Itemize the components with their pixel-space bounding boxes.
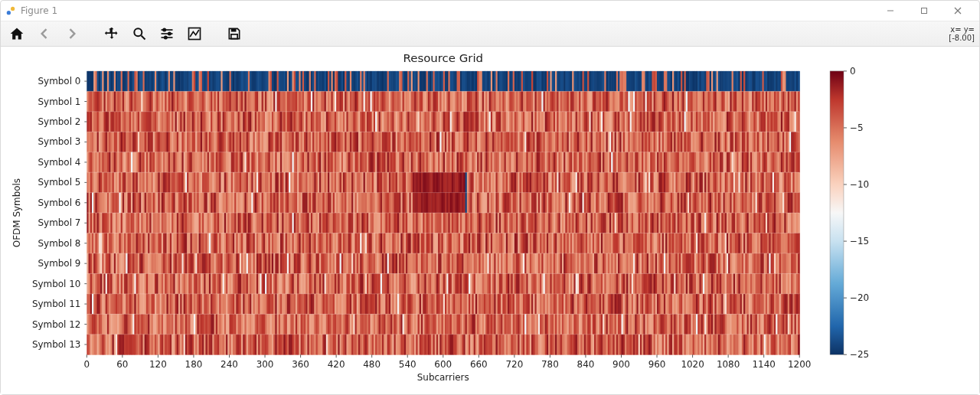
x-tick-label: 660	[470, 359, 488, 370]
x-tick-label: 840	[577, 359, 595, 370]
svg-rect-5476	[798, 314, 800, 335]
y-tick-label: Symbol 13	[32, 339, 80, 350]
y-tick-label: Symbol 3	[38, 136, 80, 147]
forward-icon[interactable]	[62, 24, 82, 44]
svg-rect-2536	[798, 172, 800, 193]
svg-point-11	[163, 28, 165, 31]
minimize-button[interactable]	[874, 1, 907, 21]
x-tick-label: 960	[648, 359, 666, 370]
x-tick-label: 0	[84, 359, 90, 370]
y-tick-label: Symbol 6	[38, 198, 80, 208]
save-icon[interactable]	[224, 24, 244, 44]
svg-rect-1696	[798, 132, 800, 152]
x-axis-label: Subcarriers	[417, 372, 469, 383]
x-tick-label: 600	[434, 359, 452, 370]
svg-point-1	[11, 7, 15, 11]
window-title: Figure 1	[21, 5, 57, 16]
home-icon[interactable]	[7, 24, 27, 44]
x-tick-label: 240	[220, 359, 238, 370]
y-tick-label: Symbol 4	[38, 157, 80, 168]
colorbar-tick-label: −15	[850, 236, 869, 246]
y-tick-label: Symbol 2	[38, 116, 80, 127]
svg-rect-15	[231, 28, 237, 31]
y-tick-label: Symbol 1	[38, 96, 80, 107]
coord-line2: [-8.00]	[949, 34, 975, 42]
svg-point-13	[165, 36, 167, 38]
heatmap	[87, 71, 799, 355]
colorbar-tick-label: −5	[850, 122, 864, 133]
colorbar	[830, 71, 844, 354]
app-window: Figure 1	[0, 0, 980, 395]
svg-rect-436	[798, 71, 800, 92]
plot-svg: Resource GridSymbol 0Symbol 1Symbol 2Sym…	[1, 47, 979, 394]
y-tick-label: Symbol 9	[38, 258, 80, 269]
svg-rect-1276	[798, 112, 800, 132]
svg-point-6	[134, 28, 142, 36]
x-tick-label: 420	[328, 359, 345, 370]
svg-rect-5056	[798, 294, 800, 315]
svg-rect-3	[922, 8, 927, 14]
mpl-toolbar: x= y= [-8.00]	[1, 21, 979, 47]
svg-rect-3376	[798, 213, 800, 233]
x-tick-label: 1200	[788, 359, 811, 370]
y-tick-label: Symbol 10	[32, 279, 80, 289]
svg-rect-4636	[798, 273, 800, 294]
x-tick-label: 720	[505, 359, 523, 370]
svg-rect-3796	[798, 233, 800, 253]
svg-point-12	[168, 32, 171, 34]
svg-line-7	[142, 36, 145, 40]
axes-edit-icon[interactable]	[185, 24, 204, 44]
titlebar: Figure 1	[1, 1, 979, 21]
x-tick-label: 540	[399, 359, 416, 370]
x-tick-label: 300	[256, 359, 274, 370]
svg-point-0	[7, 11, 11, 15]
colorbar-tick-label: 0	[850, 66, 856, 77]
chart-title: Resource Grid	[403, 51, 483, 65]
y-tick-label: Symbol 11	[32, 299, 80, 309]
colorbar-tick-label: −10	[850, 179, 869, 190]
y-tick-label: Symbol 0	[38, 76, 80, 87]
x-tick-label: 1020	[681, 359, 704, 370]
close-button[interactable]	[941, 1, 975, 21]
svg-rect-2956	[798, 193, 800, 214]
maximize-button[interactable]	[907, 1, 941, 21]
x-tick-label: 900	[612, 359, 630, 370]
svg-rect-5896	[798, 335, 800, 355]
x-tick-label: 780	[541, 359, 559, 370]
x-tick-label: 360	[292, 359, 309, 370]
y-axis-label: OFDM Symbols	[11, 178, 22, 247]
y-tick-label: Symbol 5	[38, 177, 80, 188]
svg-rect-4216	[798, 253, 800, 274]
zoom-icon[interactable]	[129, 24, 149, 44]
pan-icon[interactable]	[102, 24, 122, 44]
colorbar-tick-label: −20	[850, 292, 869, 303]
svg-rect-2116	[798, 152, 800, 173]
coord-line1: x= y=	[950, 25, 975, 34]
y-tick-label: Symbol 7	[38, 217, 80, 228]
subplots-icon[interactable]	[157, 24, 177, 44]
figure-canvas[interactable]: Resource GridSymbol 0Symbol 1Symbol 2Sym…	[1, 47, 979, 394]
x-tick-label: 60	[116, 359, 128, 370]
colorbar-tick-label: −25	[850, 349, 869, 360]
svg-rect-856	[798, 91, 800, 112]
svg-rect-16	[231, 34, 237, 39]
app-icon	[5, 5, 16, 16]
cursor-coordinates: x= y= [-8.00]	[949, 21, 975, 46]
x-tick-label: 1140	[752, 359, 775, 370]
x-tick-label: 480	[363, 359, 381, 370]
x-tick-label: 180	[185, 359, 203, 370]
y-tick-label: Symbol 12	[32, 319, 80, 330]
x-tick-label: 1080	[717, 359, 740, 370]
y-tick-label: Symbol 8	[38, 238, 80, 249]
x-tick-label: 120	[149, 359, 167, 370]
back-icon[interactable]	[34, 24, 54, 44]
